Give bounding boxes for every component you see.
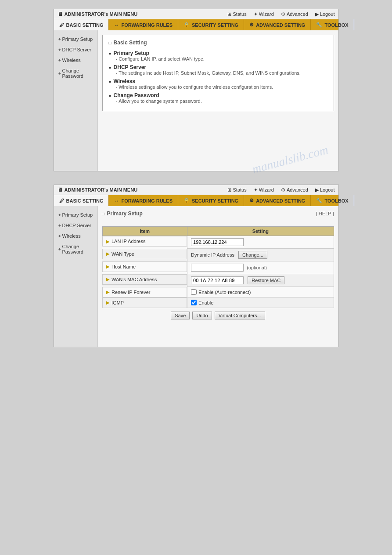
virtual-computers-button[interactable]: Virtual Computers... [215,312,265,319]
top-nav-items-1: ⊞ Status ✦ Wizard ⚙ Advanced ▶ Logout [227,11,334,17]
col-item: Item [102,227,187,236]
top-nav-2: ADMINISTRATOR's MAIN MENU ⊞ Status ✦ Wiz… [54,185,338,195]
list-item-primary: Primary Setup Configure LAN IP, and sele… [109,50,327,62]
tab-basic-1[interactable]: 🖊 BASIC SETTING [54,19,109,30]
list-item-password: Change Password Allow you to change syst… [109,92,327,104]
tab-adv-1[interactable]: ⚙ ADVANCED SETTING [244,19,311,30]
hostname-arrow-icon: ▶ [106,264,110,269]
adv-icon-1: ⚙ [249,22,254,28]
sidebar-item-dhcp-1[interactable]: DHCP Server [54,44,97,55]
fw-icon-1: ↔ [114,22,119,28]
brand-label-1: ADMINISTRATOR's MAIN MENU [65,11,138,17]
basic-icon-2: 🖊 [59,198,64,203]
section-header-2: Primary Setup [ HELP ] [102,210,334,217]
tab-sec-2[interactable]: 🔒 SECURITY SETTING [178,195,244,206]
brand-1: ADMINISTRATOR's MAIN MENU [58,11,138,17]
nav-wizard-2[interactable]: ✦ Wizard [254,187,274,193]
sidebar-item-wireless-1[interactable]: Wireless [54,55,97,65]
status-icon-1: ⊞ [227,11,231,17]
nav-status-1[interactable]: ⊞ Status [227,11,246,17]
brand-label-2: ADMINISTRATOR's MAIN MENU [65,187,138,192]
nav-advanced-2[interactable]: ⚙ Advanced [281,187,308,193]
mac-address-input[interactable] [191,276,244,284]
sec-icon-2: 🔒 [183,198,190,203]
status-icon-2: ⊞ [227,187,231,193]
hostname-input[interactable] [191,264,244,272]
tab-tool-2[interactable]: 🔧 TOOLBOX [311,195,354,206]
fw-icon-2: ↔ [114,198,119,203]
sidebar-1: Primary Setup DHCP Server Wireless Chang… [54,30,98,171]
nav-advanced-1[interactable]: ⚙ Advanced [281,11,308,17]
sidebar-item-dhcp-2[interactable]: DHCP Server [54,220,97,231]
lan-item-cell: ▶ LAN IP Address [106,239,145,244]
tab-adv-2[interactable]: ⚙ ADVANCED SETTING [244,195,311,206]
mac-item-cell: ▶ WAN's MAC Address [106,277,157,282]
nav-logout-2[interactable]: ▶ Logout [315,187,335,193]
section-box-1: Basic Setting Primary Setup Configure LA… [102,35,334,111]
sidebar-wireless-label-2: Wireless [62,233,81,239]
wan-item-label: WAN Type [111,251,134,257]
section-title-1: Basic Setting [109,40,327,46]
nav-logout-1[interactable]: ▶ Logout [315,11,335,17]
tab-basic-2[interactable]: 🖊 BASIC SETTING [54,195,109,206]
igmp-arrow-icon: ▶ [106,300,110,305]
hostname-setting-cell: (optional) [187,261,334,274]
renew-arrow-icon: ▶ [106,290,110,294]
tab-fw-2[interactable]: ↔ FORWARDING RULES [109,195,178,206]
renew-checkbox-text: Enable (Auto-reconnect) [198,290,251,295]
tab-adv-label-2: ADVANCED SETTING [256,198,305,203]
wizard-icon-2: ✦ [254,187,258,193]
lan-ip-input[interactable] [191,238,244,246]
sidebar-item-primary-1[interactable]: Primary Setup [54,34,97,44]
sec-icon-1: 🔒 [183,22,190,28]
save-button[interactable]: Save [171,312,190,319]
col-setting: Setting [187,227,334,236]
hostname-item-label: Host Name [111,264,136,269]
igmp-checkbox[interactable] [191,300,197,305]
brand-2: ADMINISTRATOR's MAIN MENU [58,187,138,193]
nav-status-label-1: Status [233,11,246,17]
advanced-icon-2: ⚙ [281,187,285,193]
tab-sec-label-1: SECURITY SETTING [192,22,238,28]
renew-item-label: Renew IP Forever [111,290,150,295]
tab-fw-label-1: FORWARDING RULES [121,22,173,28]
mac-setting-cell: Restore MAC [187,274,334,287]
sidebar-item-wireless-2[interactable]: Wireless [54,231,97,241]
tab-adv-label-1: ADVANCED SETTING [256,22,305,28]
undo-button[interactable]: Undo [192,312,212,319]
sidebar-item-primary-2[interactable]: Primary Setup [54,210,97,220]
renew-checkbox[interactable] [191,289,197,295]
tab-fw-1[interactable]: ↔ FORWARDING RULES [109,19,178,30]
logout-icon-1: ▶ [315,11,319,17]
tool-icon-1: 🔧 [316,22,322,28]
lan-arrow-icon: ▶ [106,239,110,244]
lan-setting-cell [187,236,334,249]
table-row-renew: ▶ Renew IP Forever Enable (Auto-reconnec… [102,287,334,297]
wan-setting-cell: Dynamic IP Address Change... [187,249,334,261]
sidebar-primary-label-2: Primary Setup [62,212,93,218]
nav-status-2[interactable]: ⊞ Status [227,187,246,193]
table-row-wan: ▶ WAN Type Dynamic IP Address Change... [102,249,334,261]
nav-advanced-label-1: Advanced [287,11,308,17]
renew-setting-cell: Enable (Auto-reconnect) [187,287,334,297]
monitor-icon [58,11,63,17]
bs-main-primary-title: Primary Setup [114,50,149,56]
help-link[interactable]: [ HELP ] [316,211,334,216]
restore-mac-button[interactable]: Restore MAC [248,276,284,284]
tab-sec-1[interactable]: 🔒 SECURITY SETTING [178,19,244,30]
sidebar-dhcp-label-1: DHCP Server [62,47,91,52]
hostname-optional-label: (optional) [247,265,267,270]
content-area-1: Primary Setup DHCP Server Wireless Chang… [54,30,338,171]
nav-wizard-1[interactable]: ✦ Wizard [254,11,274,17]
tab-tool-1[interactable]: 🔧 TOOLBOX [311,19,354,30]
sidebar-item-password-2[interactable]: Change Password [54,241,97,257]
bs-main-dhcp: DHCP Server [109,64,327,70]
list-item-dhcp: DHCP Server The settings include Host IP… [109,64,327,76]
bs-main-password: Change Password [109,92,327,98]
sidebar-item-password-1[interactable]: Change Password [54,65,97,81]
mac-arrow-icon: ▶ [106,277,110,282]
panel-1: ADMINISTRATOR's MAIN MENU ⊞ Status ✦ Wiz… [54,9,339,171]
monitor-icon-2 [58,187,63,193]
sidebar-password-label-1: Change Password [62,68,93,79]
wan-change-button[interactable]: Change... [238,251,267,259]
